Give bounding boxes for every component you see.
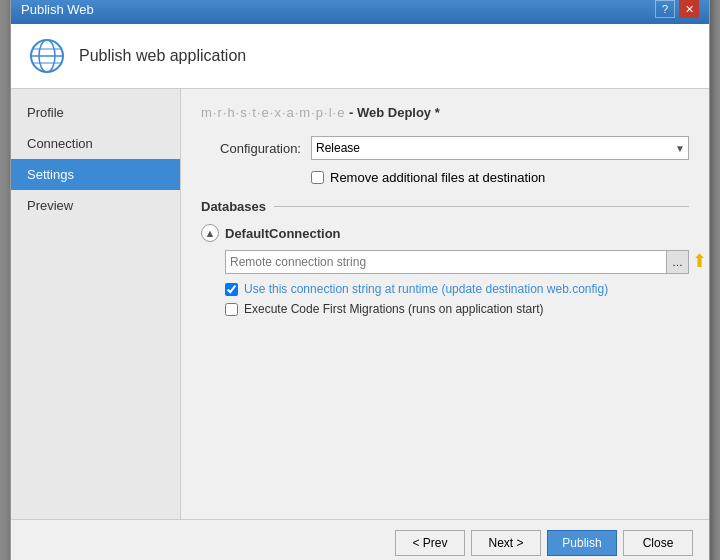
connection-string-input[interactable] xyxy=(225,250,667,274)
execute-migrations-label[interactable]: Execute Code First Migrations (runs on a… xyxy=(244,302,543,316)
header-title: Publish web application xyxy=(79,47,246,65)
window-title: Publish Web xyxy=(21,2,94,17)
use-connection-string-label[interactable]: Use this connection string at runtime (u… xyxy=(244,282,608,296)
globe-icon xyxy=(27,36,67,76)
footer: < Prev Next > Publish Close xyxy=(11,519,709,560)
sidebar-item-preview[interactable]: Preview xyxy=(11,190,180,221)
execute-migrations-row: Execute Code First Migrations (runs on a… xyxy=(225,302,689,316)
db-input-row: … ⬆ xyxy=(225,250,689,274)
main-content: m·r·h·s·t·e·x·a·m·p·l·e - Web Deploy * C… xyxy=(181,89,709,519)
window-controls: ? ✕ xyxy=(655,0,699,18)
databases-title: Databases xyxy=(201,199,266,214)
db-connection-name: DefaultConnection xyxy=(225,226,341,241)
configuration-row: Configuration: Release Debug ▼ xyxy=(201,136,689,160)
header: Publish web application xyxy=(11,24,709,89)
next-button[interactable]: Next > xyxy=(471,530,541,556)
db-section: ▲ DefaultConnection … ⬆ Use this connect… xyxy=(201,224,689,316)
db-name-row: ▲ DefaultConnection xyxy=(201,224,689,242)
deploy-type: - Web Deploy * xyxy=(349,105,440,120)
use-connection-string-checkbox[interactable] xyxy=(225,283,238,296)
connection-browse-button[interactable]: … xyxy=(667,250,689,274)
configuration-select-wrapper: Release Debug ▼ xyxy=(311,136,689,160)
databases-section-header: Databases xyxy=(201,199,689,214)
configuration-select[interactable]: Release Debug xyxy=(311,136,689,160)
use-connection-string-row: Use this connection string at runtime (u… xyxy=(225,282,689,296)
cursor-indicator: ⬆ xyxy=(692,250,707,272)
sidebar-item-connection[interactable]: Connection xyxy=(11,128,180,159)
prev-button[interactable]: < Prev xyxy=(395,530,465,556)
publish-web-dialog: Publish Web ? ✕ Publish web application … xyxy=(10,0,710,560)
close-button[interactable]: Close xyxy=(623,530,693,556)
deploy-name-blurred: m·r·h·s·t·e·x·a·m·p·l·e xyxy=(201,105,345,120)
remove-files-row: Remove additional files at destination xyxy=(311,170,689,185)
publish-button[interactable]: Publish xyxy=(547,530,617,556)
databases-divider xyxy=(274,206,689,207)
help-button[interactable]: ? xyxy=(655,0,675,18)
configuration-label: Configuration: xyxy=(201,141,301,156)
title-bar: Publish Web ? ✕ xyxy=(11,0,709,24)
content-area: Profile Connection Settings Preview m·r·… xyxy=(11,89,709,519)
browse-icon: … xyxy=(672,256,683,268)
collapse-button[interactable]: ▲ xyxy=(201,224,219,242)
sidebar: Profile Connection Settings Preview xyxy=(11,89,181,519)
window-close-button[interactable]: ✕ xyxy=(679,0,699,18)
execute-migrations-checkbox[interactable] xyxy=(225,303,238,316)
sidebar-item-settings[interactable]: Settings xyxy=(11,159,180,190)
sidebar-item-profile[interactable]: Profile xyxy=(11,97,180,128)
deploy-title: m·r·h·s·t·e·x·a·m·p·l·e - Web Deploy * xyxy=(201,105,689,120)
remove-files-label[interactable]: Remove additional files at destination xyxy=(330,170,545,185)
remove-files-checkbox[interactable] xyxy=(311,171,324,184)
